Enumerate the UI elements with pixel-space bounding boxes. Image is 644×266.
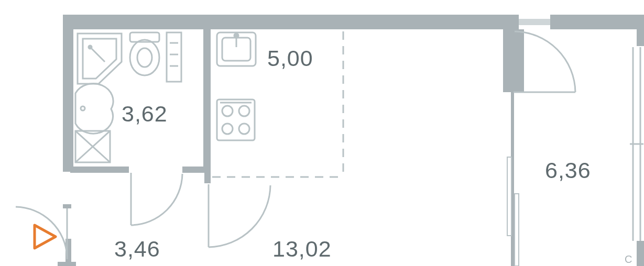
svg-rect-14 xyxy=(203,154,211,173)
hall-area-label: 3,46 xyxy=(114,236,160,261)
balcony-glazing xyxy=(630,47,643,241)
svg-point-35 xyxy=(81,106,85,110)
entrance-marker-icon xyxy=(35,225,56,248)
kitchen-area-label: 5,00 xyxy=(267,46,313,71)
svg-point-46 xyxy=(222,124,233,134)
bathroom-area-label: 3,62 xyxy=(122,101,168,126)
svg-rect-31 xyxy=(167,32,181,82)
bathroom-sink-icon xyxy=(75,83,113,134)
entry-door xyxy=(16,204,71,259)
balcony-area-label: 6,36 xyxy=(545,158,591,183)
svg-rect-0 xyxy=(63,15,519,29)
svg-rect-17 xyxy=(507,157,511,236)
outer-walls xyxy=(58,15,644,266)
shower-icon xyxy=(78,34,122,84)
stove-icon xyxy=(217,99,255,140)
floor-plan: 3,62 5,00 3,46 13,02 6,36 С xyxy=(0,0,644,266)
compass-label: С xyxy=(625,253,632,265)
toilet-icon xyxy=(130,32,159,75)
bathroom-fixtures xyxy=(75,32,181,162)
svg-rect-12 xyxy=(70,167,129,173)
svg-point-29 xyxy=(130,40,159,75)
svg-point-26 xyxy=(89,46,92,49)
svg-rect-18 xyxy=(515,194,519,266)
svg-rect-7 xyxy=(637,241,644,266)
svg-rect-3 xyxy=(63,15,73,172)
svg-point-47 xyxy=(239,124,249,134)
svg-rect-1 xyxy=(550,15,644,29)
kitchen-fixtures xyxy=(217,32,256,140)
bathroom-door xyxy=(131,173,182,225)
svg-rect-15 xyxy=(204,173,211,183)
washing-machine-icon xyxy=(75,131,110,162)
svg-point-30 xyxy=(137,48,152,67)
svg-rect-6 xyxy=(637,15,644,46)
svg-rect-2 xyxy=(519,19,550,25)
hall-living-door xyxy=(209,184,270,247)
duct-icon xyxy=(167,32,181,82)
svg-rect-43 xyxy=(217,99,255,140)
svg-point-44 xyxy=(222,106,233,116)
svg-line-27 xyxy=(92,49,105,62)
svg-rect-5 xyxy=(58,262,76,266)
svg-rect-22 xyxy=(63,204,71,208)
kitchen-sink-icon xyxy=(217,32,256,66)
living-balcony-divider xyxy=(507,92,519,266)
svg-rect-11 xyxy=(203,29,211,154)
pillar xyxy=(503,29,524,92)
svg-point-45 xyxy=(239,106,249,116)
living-area-label: 13,02 xyxy=(272,236,332,261)
